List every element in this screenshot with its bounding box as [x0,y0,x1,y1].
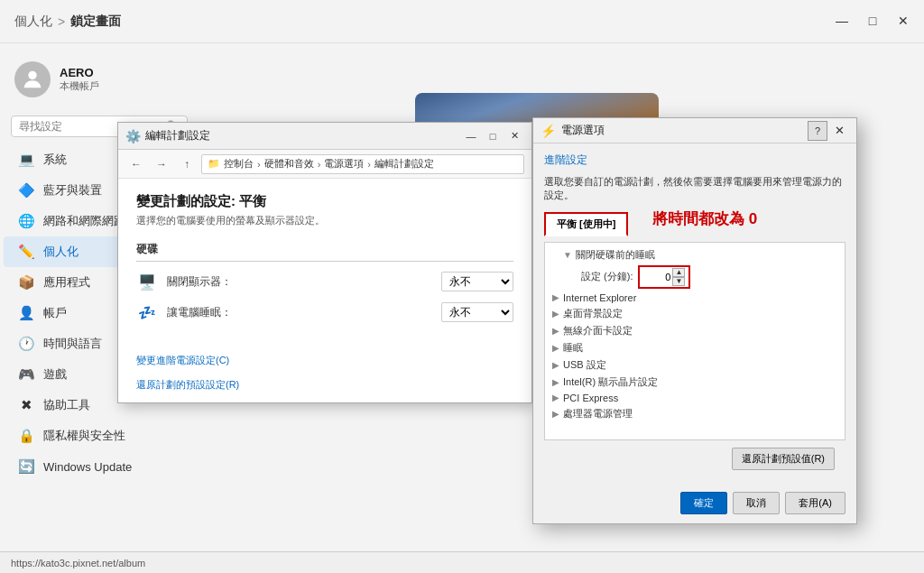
help-button[interactable]: ? [808,121,827,141]
user-profile: AERO 本機帳戶 [0,51,199,108]
edit-plan-close[interactable]: ✕ [504,126,524,146]
tree-label: 睡眠 [563,341,583,355]
expand-icon: ▶ [552,326,559,336]
spinner-down[interactable]: ▼ [672,277,685,286]
expand-icon: ▶ [552,377,559,387]
edit-plan-minimize[interactable]: — [461,126,481,146]
advanced-power-link[interactable]: 變更進階電源設定(C) [136,354,229,367]
sidebar-item-label: Windows Update [43,460,132,474]
close-button[interactable]: ✕ [890,7,917,34]
sidebar-item-label: 時間與語言 [43,336,102,352]
power-dialog-body: 進階設定 選取您要自訂的電源計劃，然後依需要選擇電腦要用來管理電源力的設定。 平… [533,143,856,486]
sidebar-item-privacy[interactable]: 🔒 隱私權與安全性 [4,421,195,451]
title-bar: 個人化 > 鎖定畫面 — □ ✕ [0,0,924,43]
tree-label: USB 設定 [563,358,606,372]
back-button[interactable]: ← [125,153,147,175]
tree-item[interactable]: ▶ PCI Express [549,391,841,405]
edit-plan-icon: ⚙️ [125,129,140,143]
plan-tab-label: 平衡 [使用中] [557,218,615,229]
restore-btn-container: 還原計劃預設值(R) [544,440,845,477]
tree-item[interactable]: ▶ 處理器電源管理 [549,405,841,422]
tree-item[interactable]: 設定 (分鐘): ▲ ▼ [549,263,841,291]
power-dialog-title: 電源選項 [561,123,802,138]
value-input[interactable] [643,272,670,282]
sidebar-item-label: 藍牙與裝置 [43,182,102,199]
tree-item[interactable]: ▶ Intel(R) 顯示晶片設定 [549,374,841,391]
expand-icon: ▶ [552,309,559,319]
power-options-dialog: ⚡ 電源選項 ? ✕ 進階設定 選取您要自訂的電源計劃，然後依需要選擇電腦要用來… [532,117,857,524]
power-options-tree[interactable]: ▼ 關閉硬碟前的睡眠 設定 (分鐘): ▲ ▼ ▶ Internet Explo… [544,242,845,440]
plan-tab-container: 平衡 [使用中] 將時間都改為 0 [544,212,845,236]
sidebar-item-label: 系統 [43,152,67,168]
breadcrumb-parent[interactable]: 個人化 [14,14,52,30]
cancel-button[interactable]: 取消 [733,492,780,514]
tree-item[interactable]: ▼ 關閉硬碟前的睡眠 [549,246,841,263]
edit-plan-window: ⚙️ 編輯計劃設定 — □ ✕ ← → ↑ 📁 控制台 › 硬體和音效 › 電源… [117,122,532,403]
apply-button[interactable]: 套用(A) [785,492,845,514]
tree-item[interactable]: ▶ 無線介面卡設定 [549,322,841,339]
tree-item[interactable]: ▶ 桌面背景設定 [549,305,841,322]
tree-container: ▼ 關閉硬碟前的睡眠 設定 (分鐘): ▲ ▼ ▶ Internet Explo… [549,246,841,422]
tree-label: Internet Explorer [563,292,636,303]
power-dialog-description: 選取您要自訂的電源計劃，然後依需要選擇電腦要用來管理電源力的設定。 [544,175,845,203]
display-off-label: 關閉顯示器： [167,274,432,290]
url-text: https://kato3c.pixnet.net/album [11,558,145,568]
sidebar-item-label: 個人化 [43,244,79,260]
restore-defaults-link[interactable]: 還原計劃的預設設定(R) [136,378,239,392]
address-icon: 📁 [208,158,220,170]
tree-item[interactable]: ▶ 睡眠 [549,339,841,356]
display-icon: 🖥️ [136,271,158,292]
display-off-select[interactable]: 永不 1 分鐘 5 分鐘 [441,272,513,291]
address-bar: 📁 控制台 › 硬體和音效 › 電源選項 › 編輯計劃設定 [201,154,524,174]
restore-plan-button[interactable]: 還原計劃預設值(R) [732,448,835,470]
plan-heading: 變更計劃的設定: 平衡 [136,193,513,210]
gaming-icon: 🎮 [18,366,34,383]
address-part3: 電源選項 [324,157,364,171]
sidebar-item-label: 協助工具 [43,397,90,413]
address-part1: 控制台 [224,157,254,171]
tree-item[interactable]: ▶ USB 設定 [549,356,841,374]
maximize-button[interactable]: □ [859,7,886,34]
time-icon: 🕐 [18,336,34,352]
plan-subheading: 選擇您的電腦要使用的螢幕及顯示器設定。 [136,214,513,227]
spinner-up[interactable]: ▲ [672,268,685,277]
ok-button[interactable]: 確定 [680,492,727,514]
edit-plan-footer2: 還原計劃的預設設定(R) [118,378,531,402]
sidebar-item-label: 遊戲 [43,366,67,383]
tree-label: 無線介面卡設定 [563,324,633,337]
user-info: AERO 本機帳戶 [60,66,99,93]
tree-label: 關閉硬碟前的睡眠 [576,248,655,262]
sidebar-item-label: 帳戶 [43,305,67,321]
breadcrumb-current: 鎖定畫面 [70,14,121,30]
dialog-controls: ? ✕ [808,121,849,141]
power-dialog-close[interactable]: ✕ [829,121,849,141]
expand-icon: ▶ [552,292,559,302]
expand-icon: ▶ [552,343,559,353]
address-part4: 編輯計劃設定 [374,157,434,171]
url-bar: https://kato3c.pixnet.net/album [0,551,924,573]
edit-plan-body: 變更計劃的設定: 平衡 選擇您的電腦要使用的螢幕及顯示器設定。 硬碟 🖥️ 關閉… [118,179,531,347]
tree-label: Intel(R) 顯示晶片設定 [563,375,658,389]
address-sep2: › [318,159,321,170]
apps-icon: 📦 [18,274,34,291]
edit-plan-window-controls: — □ ✕ [461,126,524,146]
section-title: 硬碟 [136,242,513,262]
advanced-settings-link[interactable]: 進階設定 [544,152,845,168]
tree-item[interactable]: ▶ Internet Explorer [549,291,841,305]
forward-button[interactable]: → [151,153,172,175]
window-controls: — □ ✕ [828,7,917,34]
user-sub: 本機帳戶 [60,79,99,93]
sleep-row: 💤 讓電腦睡眠： 永不 5 分鐘 15 分鐘 [136,301,513,323]
sleep-select[interactable]: 永不 5 分鐘 15 分鐘 [441,302,513,322]
user-name: AERO [60,66,99,79]
personalize-icon: ✏️ [18,244,34,260]
up-button[interactable]: ↑ [176,153,198,175]
address-sep1: › [257,159,261,170]
tree-label: 處理器電源管理 [563,407,633,421]
plan-tab-balanced[interactable]: 平衡 [使用中] [544,212,628,236]
sidebar-item-windows-update[interactable]: 🔄 Windows Update [4,451,195,482]
edit-plan-maximize[interactable]: □ [483,126,503,146]
expand-icon: ▶ [552,393,559,402]
minimize-button[interactable]: — [828,7,855,34]
svg-point-0 [28,71,36,79]
